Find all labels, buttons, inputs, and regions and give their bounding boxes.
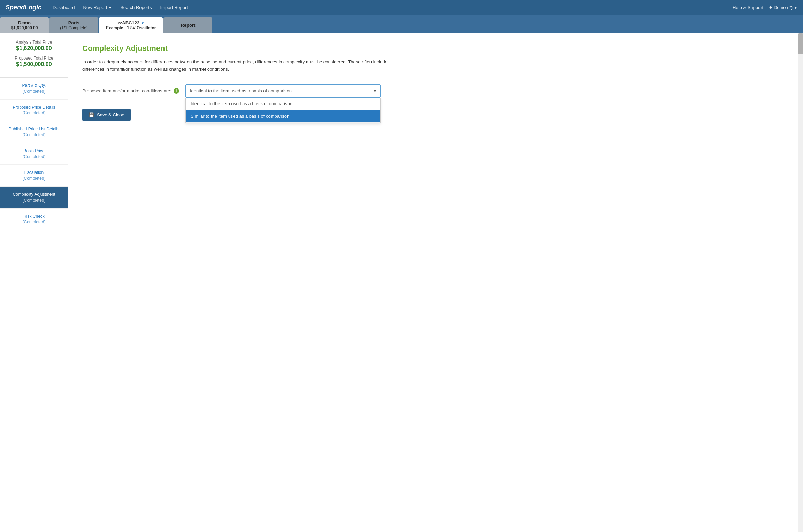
new-report-dropdown-icon: [108, 5, 112, 10]
nav-help-support[interactable]: Help & Support: [733, 5, 763, 10]
user-dropdown-icon: [794, 5, 797, 10]
part-detail-tab-dropdown-icon: [141, 20, 144, 25]
info-icon[interactable]: i: [174, 88, 179, 94]
sidebar: Analysis Total Price $1,620,000.00 Propo…: [0, 33, 68, 532]
nav-dashboard[interactable]: Dashboard: [53, 5, 75, 10]
page-description: In order to adequately account for diffe…: [82, 59, 396, 73]
sidebar-item-risk-check[interactable]: Risk Check (Completed): [0, 209, 68, 231]
nav-right: Help & Support ● Demo (2): [733, 4, 797, 10]
content-area: Complexity Adjustment In order to adequa…: [68, 33, 798, 532]
app-logo: SpendLogic: [6, 4, 41, 11]
proposed-total-label: Proposed Total Price: [4, 56, 64, 61]
main-layout: Analysis Total Price $1,620,000.00 Propo…: [0, 33, 803, 532]
nav-search-reports[interactable]: Search Reports: [120, 5, 152, 10]
dropdown-option-identical[interactable]: Identical to the item used as a basis of…: [186, 98, 380, 110]
dropdown-option-similar[interactable]: Similar to the item used as a basis of c…: [186, 110, 380, 123]
dropdown-popup: Identical to the item used as a basis of…: [185, 98, 381, 123]
form-label: Proposed item and/or market conditions a…: [82, 88, 180, 94]
save-close-button[interactable]: Save & Close: [82, 109, 131, 121]
tab-report[interactable]: Report: [163, 17, 212, 33]
top-nav: SpendLogic Dashboard New Report Search R…: [0, 0, 803, 15]
nav-user[interactable]: ● Demo (2): [769, 4, 797, 10]
tab-parts[interactable]: Parts (1/1 Complete): [49, 17, 98, 33]
scrollbar[interactable]: [798, 33, 803, 532]
tab-part-detail[interactable]: zzABC123 Example - 1.8V Oscillator: [99, 17, 163, 33]
sidebar-item-part-qty[interactable]: Part # & Qty. (Completed): [0, 78, 68, 100]
form-row: Proposed item and/or market conditions a…: [82, 84, 784, 98]
sidebar-item-proposed-price[interactable]: Proposed Price Details (Completed): [0, 100, 68, 122]
sidebar-item-basis-price[interactable]: Basis Price (Completed): [0, 143, 68, 165]
save-icon: [89, 112, 94, 117]
tab-bar: Demo $1,620,000.00 Parts (1/1 Complete) …: [0, 15, 803, 33]
sidebar-summary: Analysis Total Price $1,620,000.00 Propo…: [0, 33, 68, 78]
analysis-total-value: $1,620,000.00: [4, 45, 64, 52]
sidebar-item-complexity[interactable]: Complexity Adjustment (Completed): [0, 187, 68, 209]
tab-demo[interactable]: Demo $1,620,000.00: [0, 17, 49, 33]
dropdown-container: Identical to the item used as a basis of…: [185, 84, 381, 98]
nav-new-report[interactable]: New Report: [83, 5, 112, 10]
analysis-total-label: Analysis Total Price: [4, 40, 64, 45]
proposed-total-value: $1,500,000.00: [4, 61, 64, 68]
scrollbar-thumb[interactable]: [798, 33, 803, 54]
sidebar-item-published-price[interactable]: Published Price List Details (Completed): [0, 121, 68, 143]
page-title: Complexity Adjustment: [82, 44, 784, 53]
complexity-dropdown[interactable]: Identical to the item used as a basis of…: [185, 84, 381, 98]
sidebar-item-escalation[interactable]: Escalation (Completed): [0, 165, 68, 187]
nav-import-report[interactable]: Import Report: [160, 5, 188, 10]
